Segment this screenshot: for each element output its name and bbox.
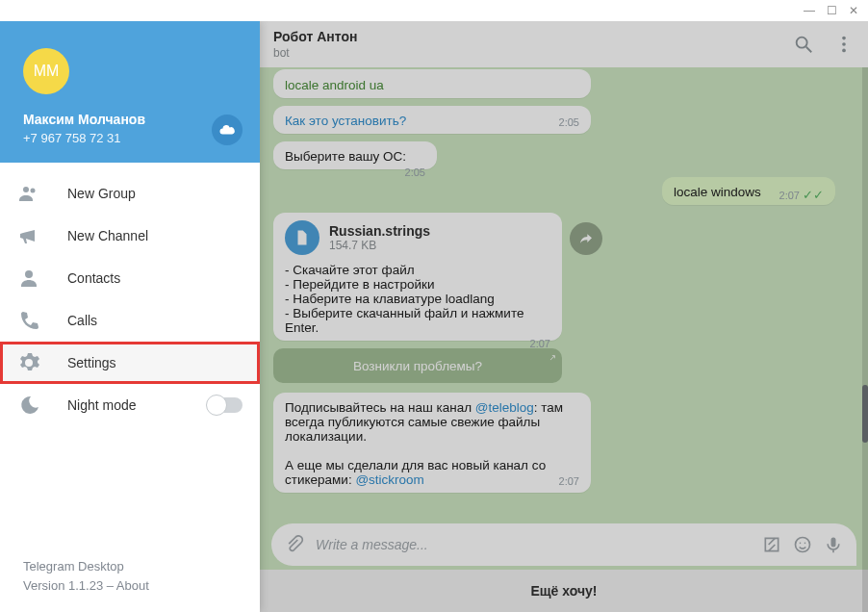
message-in[interactable]: Как это установить? 2:05 <box>273 106 591 134</box>
avatar[interactable]: ММ <box>23 48 69 94</box>
scrollbar-track[interactable] <box>862 67 868 612</box>
menu-item-night-mode[interactable]: Night mode <box>0 384 260 426</box>
moon-icon <box>17 394 40 417</box>
person-icon <box>17 267 40 290</box>
drawer-footer: Telegram Desktop Version 1.1.23 – About <box>0 540 260 612</box>
svg-line-4 <box>806 47 812 53</box>
menu-label: New Channel <box>67 228 148 243</box>
message-composer[interactable]: Write a message... <box>271 523 856 566</box>
svg-point-8 <box>796 538 810 552</box>
external-icon <box>547 354 556 364</box>
bot-keyboard-button[interactable]: Ещё хочу! <box>260 570 868 612</box>
drawer-menu: ММ Максим Молчанов +7 967 758 72 31 New … <box>0 21 260 612</box>
svg-point-7 <box>842 49 846 53</box>
user-phone: +7 967 758 72 31 <box>23 131 237 145</box>
menu-item-calls[interactable]: Calls <box>0 299 260 342</box>
svg-rect-11 <box>831 538 836 548</box>
chat-header: Робот Антон bot <box>260 21 868 67</box>
mention-link[interactable]: @teleblog <box>475 400 534 415</box>
menu-label: Contacts <box>67 270 120 286</box>
attach-icon[interactable] <box>285 535 304 554</box>
message-out[interactable]: locale windows 2:07✓✓ <box>662 177 835 205</box>
chat-column: Робот Антон bot locale android ua Как эт… <box>260 21 868 612</box>
svg-point-5 <box>842 37 846 40</box>
menu-item-new-group[interactable]: New Group <box>0 172 260 215</box>
message-time: 2:05 <box>559 116 579 128</box>
menu-label: Settings <box>67 355 116 370</box>
composer-placeholder[interactable]: Write a message... <box>316 537 751 552</box>
message-text: - Скачайте этот файл - Перейдите в настр… <box>285 263 550 335</box>
night-mode-toggle[interactable] <box>208 397 243 413</box>
svg-point-9 <box>800 543 802 545</box>
message-text: Выберите вашу ОС: <box>285 149 406 164</box>
file-size: 154.7 KB <box>329 239 430 252</box>
message-list: locale android ua Как это установить? 2:… <box>260 67 868 514</box>
scrollbar-thumb[interactable] <box>862 385 868 443</box>
app-name: Telegram Desktop <box>23 557 237 576</box>
menu-label: Calls <box>67 313 97 328</box>
group-icon <box>17 182 40 205</box>
menu-label: Night mode <box>67 397 137 413</box>
bot-command-icon[interactable] <box>762 535 781 554</box>
message-in-code[interactable]: locale android ua <box>273 69 591 98</box>
emoji-icon[interactable] <box>793 535 812 554</box>
phone-icon <box>17 309 40 332</box>
svg-point-0 <box>23 187 29 192</box>
message-in[interactable]: Подписывайтесь на наш канал @teleblog: т… <box>273 393 591 493</box>
message-time: 2:05 <box>405 166 425 178</box>
window-maximize[interactable]: ☐ <box>827 4 837 17</box>
window-minimize[interactable]: — <box>804 4 815 17</box>
svg-point-6 <box>842 42 846 46</box>
menu-item-settings[interactable]: Settings <box>0 342 260 384</box>
gear-icon <box>17 351 40 374</box>
file-download-icon[interactable] <box>285 220 319 255</box>
menu-label: New Group <box>67 186 136 201</box>
file-name: Russian.strings <box>329 223 430 239</box>
search-icon[interactable] <box>793 34 814 55</box>
app-version[interactable]: Version 1.1.23 – About <box>23 576 237 596</box>
svg-point-2 <box>25 270 33 278</box>
window-close[interactable]: ✕ <box>849 4 858 17</box>
banner-label: Возникли проблемы? <box>353 359 482 373</box>
cloud-icon <box>218 121 236 139</box>
svg-point-10 <box>804 543 806 545</box>
message-text: locale android ua <box>285 78 384 92</box>
message-in[interactable]: Выберите вашу ОС: 2:05 <box>273 141 437 169</box>
svg-point-1 <box>31 189 36 193</box>
menu-item-contacts[interactable]: Contacts <box>0 257 260 299</box>
megaphone-icon <box>17 224 40 247</box>
message-time: 2:07 <box>559 475 579 487</box>
user-name: Максим Молчанов <box>23 112 237 127</box>
mention-link[interactable]: @stickroom <box>355 472 423 487</box>
message-time: 2:07 <box>530 338 550 349</box>
mic-icon[interactable] <box>824 535 843 554</box>
message-text: Подписывайтесь на наш канал @teleblog: т… <box>285 400 563 444</box>
message-text: А еще мы сделали для вас новый канал со … <box>285 458 546 487</box>
message-text: locale windows <box>674 185 761 199</box>
chat-subtitle: bot <box>273 46 357 60</box>
svg-point-3 <box>797 38 807 48</box>
forward-button[interactable] <box>570 222 602 255</box>
message-link[interactable]: Как это установить? <box>285 114 406 128</box>
saved-messages-button[interactable] <box>212 115 243 145</box>
more-icon[interactable] <box>833 34 855 55</box>
message-in-file[interactable]: Russian.strings 154.7 KB - Скачайте этот… <box>273 213 562 341</box>
read-checks-icon: ✓✓ <box>803 188 824 202</box>
drawer-header: ММ Максим Молчанов +7 967 758 72 31 <box>0 21 260 163</box>
chat-title[interactable]: Робот Антон <box>273 29 357 44</box>
menu-item-new-channel[interactable]: New Channel <box>0 215 260 257</box>
message-time: 2:07✓✓ <box>779 188 824 202</box>
bot-inline-button[interactable]: Возникли проблемы? <box>273 348 562 383</box>
